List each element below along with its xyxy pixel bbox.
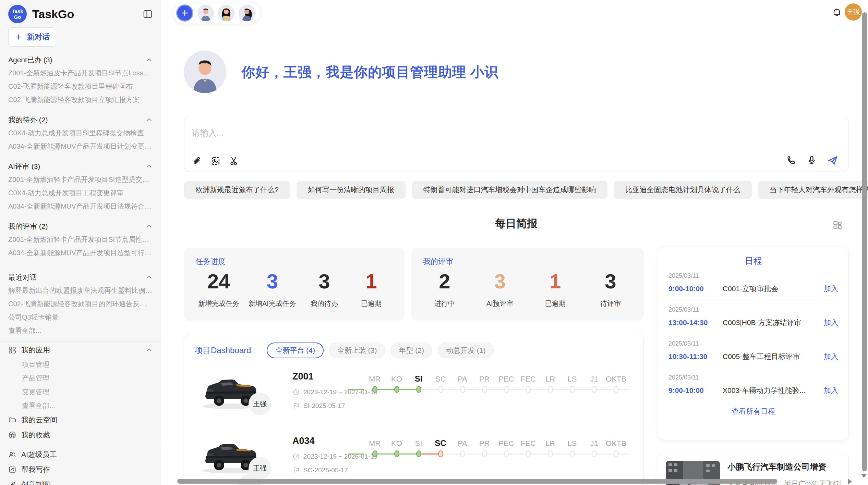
app-title: TaskGo — [32, 8, 74, 21]
app-item[interactable]: 项目管理 — [8, 358, 153, 371]
sidebar: Task Go TaskGo 新对话 Agent已办 (3)Z001-全新燃油皮… — [0, 0, 161, 485]
send-icon[interactable] — [827, 154, 839, 166]
chat-input[interactable]: 请输入... — [184, 117, 848, 172]
sidebar-tool-users[interactable]: AI超级员工 — [8, 447, 153, 462]
dashboard-tab[interactable]: 全新平台 (4) — [267, 343, 324, 358]
sidebar-tool-write[interactable]: 帮我写作 — [8, 462, 153, 477]
dashboard-tab[interactable]: 年型 (2) — [390, 343, 432, 358]
milestone-label: SI — [415, 371, 423, 384]
view-all-link[interactable]: 查看全部... — [8, 399, 153, 412]
suggestion-chip[interactable]: 当下年轻人对汽车外观有怎样的喜好趋势 — [758, 181, 868, 199]
sidebar-item[interactable]: A034-全新新能源MUV产品开发项目法规符合性评审 — [8, 200, 153, 213]
phone-call-icon[interactable] — [786, 155, 797, 166]
suggestion-chip[interactable]: 欧洲新规最近颁布了什么? — [184, 181, 290, 199]
sidebar-section-header[interactable]: AI评审 (3) — [8, 160, 153, 173]
schedule-card: 日程 2025/03/119:00-10:00C001-立项审批会加入2025/… — [658, 247, 849, 440]
sidebar-item[interactable]: C0X4-动力总成开发项目工程变更评审 — [8, 186, 153, 200]
vertical-scrollbar[interactable] — [862, 12, 867, 471]
scroll-right-arrow[interactable] — [848, 479, 852, 484]
sidebar-item[interactable]: Z001-全新燃油轻卡产品开发项目SI造型提交物评审 — [8, 173, 153, 186]
recent-chat-item[interactable]: 公司Q3轻卡销量 — [8, 311, 153, 324]
recent-chat-item[interactable]: 解释最新出台的欧盟报废车法规再生塑料比例被调至15%... — [8, 284, 153, 297]
sidebar-tool-pen[interactable]: 创意制图 — [8, 477, 153, 485]
greeting-block: 你好，王强，我是你的项目管理助理 小识 — [184, 51, 498, 93]
sidebar-item[interactable]: A034-全新新能源MUV产品开发项目造型可行性评审 — [8, 246, 153, 260]
stat-row: 24新增完成任务3新增AI完成任务3我的待办1已逾期 — [195, 268, 393, 308]
stat-value: 3 — [494, 268, 506, 296]
app-item[interactable]: 产品管理 — [8, 371, 153, 385]
milestone-dot — [548, 386, 553, 393]
news-title: 小鹏飞行汽车制造公司增资 — [727, 461, 841, 472]
suggestion-chip[interactable]: 特朗普可能对进口汽车增税会对中国车企造成哪些影响 — [412, 181, 607, 199]
milestone-dot — [570, 450, 575, 457]
attachment-icon[interactable] — [192, 156, 202, 166]
join-meeting-link[interactable]: 加入 — [824, 386, 838, 395]
project-flag: SI-2025-05-17 — [292, 402, 345, 410]
chevron-up-icon — [145, 163, 153, 170]
milestone-dot — [482, 450, 487, 457]
suggestion-chip[interactable]: 如何写一份清晰的项目周报 — [297, 181, 406, 199]
milestone-dot — [614, 450, 619, 457]
app-item[interactable]: 变更管理 — [8, 385, 153, 399]
sidebar-collapse-icon[interactable] — [143, 9, 153, 19]
notification-bell-icon[interactable] — [831, 7, 842, 18]
scissors-icon[interactable] — [229, 156, 239, 166]
milestone-stop[interactable]: OKTB — [605, 436, 627, 457]
timeline-segment — [441, 389, 462, 390]
add-session-button[interactable] — [176, 4, 193, 22]
app-root: Task Go TaskGo 新对话 Agent已办 (3)Z001-全新燃油皮… — [0, 0, 868, 485]
timeline-segment — [550, 389, 572, 390]
sidebar-item-cloud-space[interactable]: 我的云空间 — [8, 412, 153, 427]
scroll-down-arrow[interactable] — [861, 474, 867, 478]
session-avatar[interactable] — [197, 5, 214, 21]
recent-chat-item[interactable]: C02-飞腾新能源轻客改款项目的闭环通告反馈情况 — [8, 297, 153, 311]
cloud-folder-icon — [8, 416, 16, 424]
join-meeting-link[interactable]: 加入 — [824, 284, 838, 294]
sidebar-section-header[interactable]: Agent已办 (3) — [8, 53, 153, 66]
stat: 3待评审 — [592, 268, 629, 308]
session-avatar[interactable] — [218, 5, 234, 21]
section-title: AI评审 (3) — [8, 162, 40, 171]
chevron-up-icon — [145, 274, 153, 281]
sidebar-item-favorites[interactable]: 我的收藏 — [8, 427, 153, 443]
user-avatar[interactable]: 王强 — [845, 3, 862, 21]
person-avatar-illustration — [239, 5, 255, 21]
session-avatar[interactable] — [239, 5, 255, 21]
recent-chats-header[interactable]: 最近对话 — [8, 271, 153, 284]
sidebar-item[interactable]: C02-飞腾新能源轻客改款项目立项汇报方案 — [8, 93, 153, 107]
project-code: A034 — [292, 436, 315, 446]
sidebar-item[interactable]: Z001-全新燃油轻卡产品开发项目SI节点属性5D文件评审 — [8, 233, 153, 246]
schedule-item: 2025/03/1113:00-14:30C003|H0B-方案冻结评审加入 — [668, 300, 838, 334]
suggestion-chip[interactable]: 比亚迪全固态电池计划具体说了什么 — [614, 181, 752, 199]
image-upload-icon[interactable] — [210, 156, 221, 166]
new-chat-button[interactable]: 新对话 — [8, 27, 56, 47]
project-flag-label: SC-2025-05-17 — [303, 467, 348, 474]
briefing-layout-icon[interactable] — [832, 220, 843, 230]
daily-briefing-title: 每日简报 — [184, 216, 848, 231]
stat-value: 3 — [605, 268, 616, 296]
view-all-schedule-link[interactable]: 查看所有日程 — [668, 407, 838, 416]
milestone-stop[interactable]: OKTB — [605, 371, 627, 393]
sidebar-item[interactable]: A034-全新新能源MUV产品开发项目计划变更表编写 — [8, 140, 153, 153]
microphone-icon[interactable] — [806, 155, 817, 166]
join-meeting-link[interactable]: 加入 — [824, 318, 838, 327]
milestone-dot — [504, 450, 509, 457]
schedule-item-row: 13:00-14:30C003|H0B-方案冻结评审加入 — [668, 318, 838, 327]
join-meeting-link[interactable]: 加入 — [824, 352, 838, 361]
dashboard-tab[interactable]: 动总开发 (1) — [438, 343, 494, 358]
sidebar-section-header[interactable]: 我的待办 (2) — [8, 113, 153, 126]
horizontal-scrollbar[interactable] — [177, 479, 777, 484]
stat-label: 已逾期 — [545, 299, 566, 308]
sidebar-item-my-apps[interactable]: 我的应用 — [8, 343, 153, 358]
sidebar-section-header[interactable]: 我的评审 (2) — [8, 220, 153, 233]
sidebar-item[interactable]: C0X4-动力总成开发项目SI里程碑提交物检查 — [8, 126, 153, 140]
stat-row: 2进行中3AI预评审1已逾期3待评审 — [423, 268, 632, 308]
sidebar-item[interactable]: C02-飞腾新能源轻客改款项目里程碑画布 — [8, 80, 153, 93]
schedule-item-row: 9:00-10:00C001-立项审批会加入 — [668, 284, 838, 294]
view-all-link[interactable]: 查看全部... — [8, 324, 153, 337]
project-owner-badge: 王强 — [249, 393, 271, 415]
dashboard-tabs: 全新平台 (4)全新上装 (3)年型 (2)动总开发 (1) — [267, 343, 494, 358]
sidebar-item[interactable]: Z001-全新燃油皮卡产品开发项目SI节点Lesson Learn报告 — [8, 66, 153, 80]
schedule-title: 日程 — [668, 255, 838, 266]
dashboard-tab[interactable]: 全新上装 (3) — [329, 343, 385, 358]
